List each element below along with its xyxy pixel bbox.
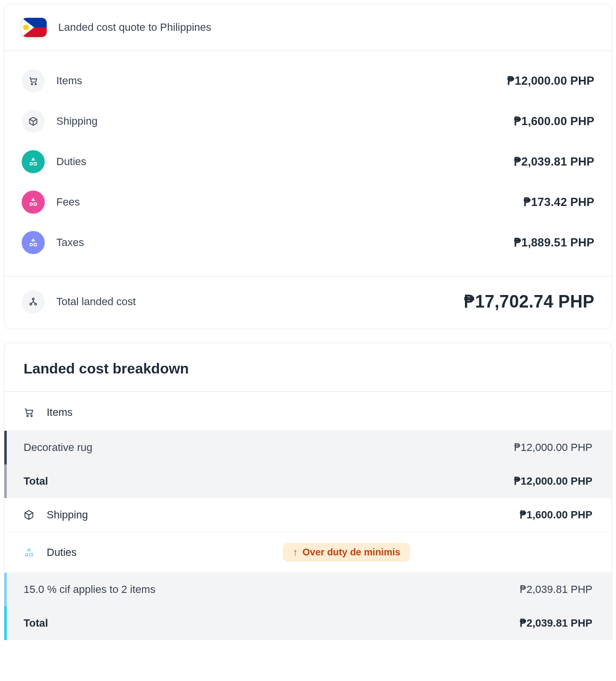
duties-total-value: ₱2,039.81 PHP: [520, 617, 592, 630]
summary-body: Items ₱12,000.00 PHP Shipping ₱1,600.00 …: [4, 51, 612, 276]
shapes-icon: [24, 547, 34, 558]
row-fees-label: Fees: [56, 196, 80, 208]
summary-title: Landed cost quote to Philippines: [58, 21, 211, 34]
shapes-icon: [22, 191, 45, 214]
svg-point-2: [30, 163, 32, 165]
svg-point-8: [32, 298, 34, 300]
cart-icon: [24, 407, 34, 418]
duties-heading: Duties: [47, 546, 77, 559]
svg-point-0: [31, 83, 33, 85]
network-icon: [22, 290, 45, 313]
breakdown-duties-total: Total ₱2,039.81 PHP: [4, 606, 612, 640]
row-items-value: ₱12,000.00 PHP: [507, 74, 594, 88]
row-fees-value: ₱173.42 PHP: [524, 195, 594, 209]
duties-total-label: Total: [24, 617, 48, 630]
items-total-value: ₱12,000.00 PHP: [514, 475, 592, 488]
cart-icon: [22, 69, 45, 92]
breakdown-items-heading: Items: [47, 406, 73, 419]
svg-point-1: [35, 83, 37, 85]
svg-point-11: [27, 415, 28, 417]
badge-text: Over duty de minimis: [302, 547, 400, 558]
breakdown-card: Landed cost breakdown Items Decorative r…: [4, 343, 612, 640]
shipping-value: ₱1,600.00 PHP: [520, 509, 592, 521]
shapes-icon: [22, 150, 45, 173]
flag-philippines: [22, 18, 47, 37]
svg-point-12: [31, 415, 32, 417]
duty-line-label: 15.0 % cif applies to 2 items: [24, 583, 155, 596]
svg-rect-3: [34, 163, 37, 165]
item-name: Decorative rug: [24, 441, 92, 454]
breakdown-items-head: Items: [4, 392, 612, 431]
total-value: ₱17,702.74 PHP: [464, 292, 594, 312]
svg-rect-5: [34, 203, 37, 206]
over-de-minimis-badge: ↑ Over duty de minimis: [283, 543, 410, 562]
row-items-label: Items: [56, 75, 82, 87]
breakdown-items-total: Total ₱12,000.00 PHP: [4, 464, 612, 498]
row-taxes: Taxes ₱1,889.51 PHP: [22, 222, 594, 263]
row-items: Items ₱12,000.00 PHP: [22, 61, 594, 101]
summary-header: Landed cost quote to Philippines: [4, 4, 612, 51]
arrow-up-icon: ↑: [293, 547, 297, 558]
total-row: Total landed cost ₱17,702.74 PHP: [4, 276, 612, 329]
total-label: Total landed cost: [56, 296, 136, 308]
row-taxes-value: ₱1,889.51 PHP: [514, 236, 594, 249]
duty-line-value: ₱2,039.81 PHP: [520, 583, 592, 596]
row-taxes-label: Taxes: [56, 236, 84, 249]
row-duties: Duties ₱2,039.81 PHP: [22, 141, 594, 182]
breakdown-title: Landed cost breakdown: [24, 360, 592, 377]
breakdown-header: Landed cost breakdown: [4, 343, 612, 392]
shipping-label: Shipping: [47, 509, 88, 521]
svg-point-4: [30, 203, 32, 206]
box-icon: [22, 110, 45, 133]
breakdown-duties-row: 15.0 % cif applies to 2 items ₱2,039.81 …: [4, 573, 612, 606]
svg-point-13: [26, 553, 28, 556]
row-duties-label: Duties: [56, 155, 86, 168]
breakdown-shipping-row: Shipping ₱1,600.00 PHP: [4, 498, 612, 532]
items-total-label: Total: [24, 475, 48, 488]
svg-point-6: [30, 244, 32, 246]
summary-card: Landed cost quote to Philippines Items ₱…: [4, 4, 612, 329]
svg-rect-7: [34, 244, 37, 246]
breakdown-duties-head: Duties ↑ Over duty de minimis: [4, 532, 612, 573]
row-duties-value: ₱2,039.81 PHP: [514, 155, 594, 168]
row-shipping-label: Shipping: [56, 115, 98, 128]
breakdown-items-row: Decorative rug ₱12,000.00 PHP: [4, 431, 612, 464]
row-shipping: Shipping ₱1,600.00 PHP: [22, 101, 594, 141]
row-fees: Fees ₱173.42 PHP: [22, 182, 594, 222]
shapes-icon: [22, 231, 45, 254]
svg-rect-14: [30, 553, 33, 556]
box-icon: [24, 510, 34, 520]
item-value: ₱12,000.00 PHP: [514, 441, 592, 454]
row-shipping-value: ₱1,600.00 PHP: [514, 115, 594, 128]
